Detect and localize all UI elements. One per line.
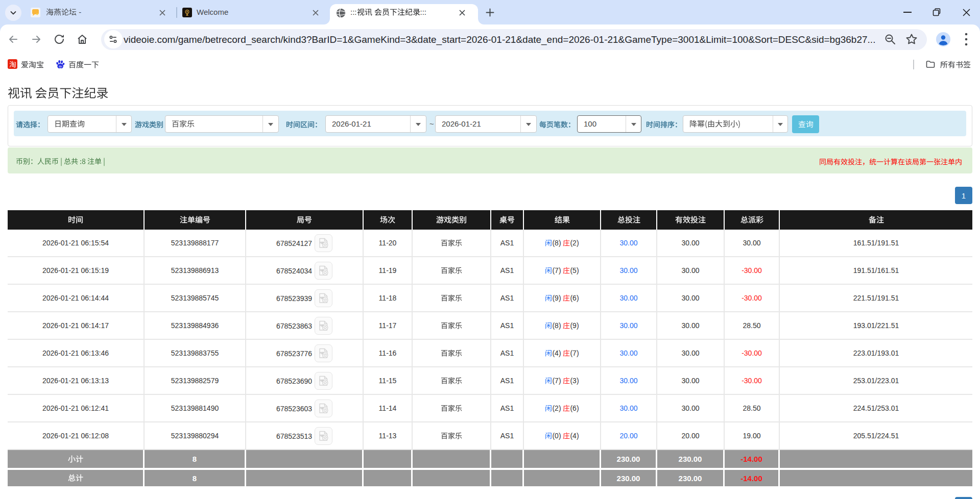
svg-text:du: du	[59, 65, 62, 68]
